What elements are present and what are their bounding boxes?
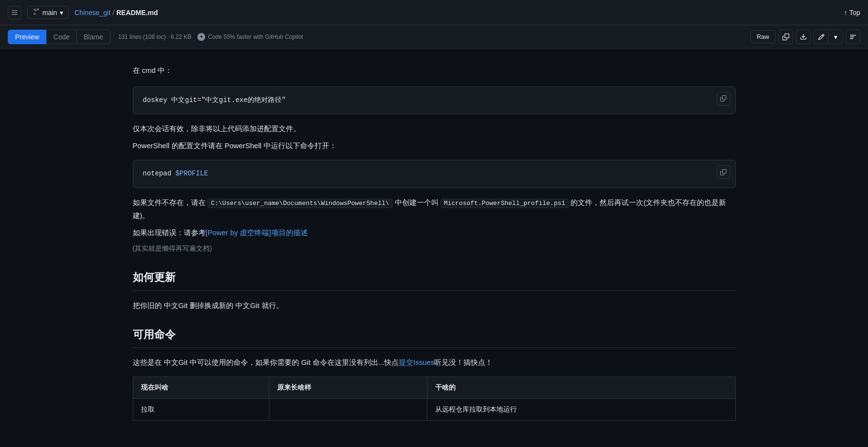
file-meta: 131 lines (108 loc) · 6.22 KB bbox=[118, 34, 192, 40]
note1-text: 仅本次会话有效，除非将以上代码添加进配置文件。 bbox=[133, 124, 301, 133]
content-area: 在 cmd 中： doskey 中文git="中文git.exe的绝对路径" 仅… bbox=[94, 49, 775, 436]
commands-table: 现在叫啥 原来长啥样 干啥的 拉取 从远程仓库拉取到本地运行 bbox=[133, 377, 736, 421]
ps-code-plain: notepad bbox=[143, 170, 176, 177]
note1: 仅本次会话有效，除非将以上代码添加进配置文件。 bbox=[133, 122, 736, 135]
branch-name: main bbox=[42, 9, 57, 17]
top-right: ↑ Top bbox=[844, 9, 860, 17]
raw-button[interactable]: Raw bbox=[750, 30, 776, 43]
breadcrumb-file: README.md bbox=[116, 9, 158, 17]
power-link[interactable]: [Power by 虚空终端]项目的描述 bbox=[206, 228, 308, 237]
file-note1: 如果文件不存在，请在 C:\Users\user_name\Documents\… bbox=[133, 196, 736, 222]
ps-code-blue: $PROFILE bbox=[176, 170, 208, 177]
ps-copy-button[interactable] bbox=[717, 165, 730, 179]
ps-code-block: notepad $PROFILE bbox=[133, 160, 736, 188]
top-link-text: Top bbox=[849, 9, 860, 17]
table-header-col3: 干啥的 bbox=[427, 377, 735, 399]
heading-commands: 可用命令 bbox=[133, 326, 736, 348]
outline-button[interactable] bbox=[846, 30, 860, 44]
edit-button[interactable] bbox=[814, 30, 828, 44]
top-bar: main ▾ Chinese_git / README.md ↑ Top bbox=[0, 0, 868, 25]
file-header-left: Preview Code Blame 131 lines (108 loc) ·… bbox=[8, 30, 303, 44]
edit-chevron-button[interactable]: ▾ bbox=[828, 30, 843, 44]
sidebar-toggle-button[interactable] bbox=[8, 6, 21, 19]
tab-preview[interactable]: Preview bbox=[8, 30, 46, 44]
table-cell-col2 bbox=[269, 398, 427, 420]
tab-group: Preview Code Blame bbox=[8, 30, 110, 44]
table-header-col2: 原来长啥样 bbox=[269, 377, 427, 399]
commands-intro: 这些是在 中文Git 中可以使用的命令，如果你需要的 Git 命令在这里没有列出… bbox=[133, 356, 736, 369]
copy-button[interactable] bbox=[779, 30, 793, 44]
cmd-copy-button[interactable] bbox=[717, 92, 730, 105]
table-cell-col1: 拉取 bbox=[133, 398, 269, 420]
issues-link[interactable]: 提交Issues bbox=[399, 358, 434, 366]
table-cell-col3: 从远程仓库拉取到本地运行 bbox=[427, 398, 735, 420]
svg-rect-0 bbox=[12, 10, 18, 11]
breadcrumb-separator: / bbox=[112, 9, 114, 17]
svg-rect-2 bbox=[12, 14, 18, 15]
tab-code[interactable]: Code bbox=[46, 30, 76, 44]
note2: PowerShell 的配置文件请在 PowerShell 中运行以下命令打开： bbox=[133, 139, 736, 152]
cmd-code-block: doskey 中文git="中文git.exe的绝对路径" bbox=[133, 86, 736, 115]
file-header: Preview Code Blame 131 lines (108 loc) ·… bbox=[0, 25, 868, 49]
italic-note: (其实就是懒得再写遍文档) bbox=[133, 243, 736, 255]
copilot-text: Code 55% faster with GitHub Copilot bbox=[208, 34, 303, 40]
tab-blame[interactable]: Blame bbox=[76, 30, 110, 44]
svg-rect-1 bbox=[12, 12, 18, 13]
breadcrumb: Chinese_git / README.md bbox=[74, 9, 158, 17]
cmd-intro: 在 cmd 中： bbox=[133, 64, 736, 77]
copilot-icon: ✦ bbox=[197, 33, 205, 41]
update-text: 把你旧的 中文Git 删掉换成新的 中文Git 就行。 bbox=[133, 299, 736, 312]
top-arrow-icon: ↑ bbox=[844, 9, 847, 17]
table-header-col1: 现在叫啥 bbox=[133, 377, 269, 399]
heading-update: 如何更新 bbox=[133, 268, 736, 291]
file-header-right: Raw ▾ bbox=[750, 30, 860, 44]
top-bar-left: main ▾ Chinese_git / README.md bbox=[8, 6, 158, 19]
path-code2: Microsoft.PowerShell_profile.ps1 bbox=[441, 199, 569, 208]
file-note2: 如果出现错误：请参考[Power by 虚空终端]项目的描述 bbox=[133, 226, 736, 239]
download-button[interactable] bbox=[796, 30, 811, 44]
copilot-badge: ✦ Code 55% faster with GitHub Copilot bbox=[197, 33, 303, 41]
table-row: 拉取 从远程仓库拉取到本地运行 bbox=[133, 398, 735, 420]
edit-button-group: ▾ bbox=[814, 30, 843, 44]
branch-selector[interactable]: main ▾ bbox=[27, 6, 69, 19]
breadcrumb-repo[interactable]: Chinese_git bbox=[74, 9, 110, 17]
note2-text: PowerShell 的配置文件请在 PowerShell 中运行以下命令打开： bbox=[133, 141, 337, 150]
cmd-code-text: doskey 中文git="中文git.exe的绝对路径" bbox=[143, 96, 286, 104]
branch-icon bbox=[33, 8, 39, 17]
top-link[interactable]: ↑ Top bbox=[844, 9, 860, 17]
path-code1: C:\Users\user_name\Documents\WindowsPowe… bbox=[208, 199, 393, 208]
branch-chevron-icon: ▾ bbox=[60, 9, 63, 17]
